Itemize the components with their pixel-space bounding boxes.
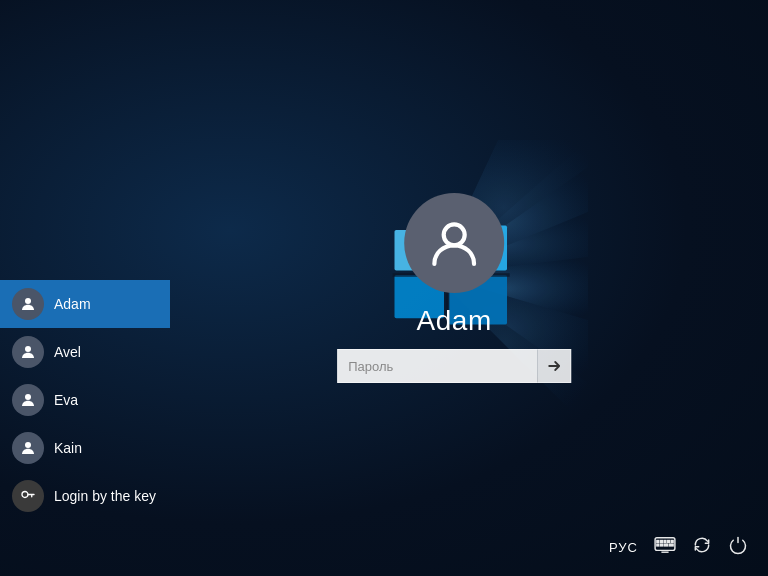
svg-rect-28 xyxy=(670,544,674,546)
svg-rect-24 xyxy=(671,541,673,543)
svg-rect-26 xyxy=(661,544,663,546)
svg-rect-21 xyxy=(661,541,663,543)
user-item-adam[interactable]: Adam xyxy=(0,280,170,328)
user-name-adam: Adam xyxy=(54,296,91,312)
user-item-eva[interactable]: Eva xyxy=(0,376,170,424)
user-name-kain: Kain xyxy=(54,440,82,456)
power-icon[interactable] xyxy=(728,535,748,560)
avatar-kain xyxy=(12,432,44,464)
user-avatar-large xyxy=(404,193,504,293)
svg-rect-27 xyxy=(664,544,668,546)
user-list: Adam Avel Eva Kain xyxy=(0,280,170,520)
svg-point-14 xyxy=(25,346,31,352)
avatar-adam xyxy=(12,288,44,320)
svg-rect-25 xyxy=(657,544,659,546)
svg-point-16 xyxy=(25,442,31,448)
language-selector[interactable]: РУС xyxy=(609,540,638,555)
svg-rect-22 xyxy=(664,541,666,543)
svg-point-15 xyxy=(25,394,31,400)
avatar-avel xyxy=(12,336,44,368)
password-row xyxy=(337,349,571,383)
user-item-avel[interactable]: Avel xyxy=(0,328,170,376)
avatar-eva xyxy=(12,384,44,416)
displayed-username: Adam xyxy=(417,305,492,337)
svg-point-13 xyxy=(25,298,31,304)
avatar-key xyxy=(12,480,44,512)
keyboard-icon[interactable] xyxy=(654,536,676,559)
svg-rect-23 xyxy=(668,541,670,543)
login-area: Adam xyxy=(337,193,571,383)
svg-rect-20 xyxy=(657,541,659,543)
network-icon[interactable] xyxy=(692,535,712,560)
password-input[interactable] xyxy=(337,349,537,383)
svg-point-18 xyxy=(444,224,465,245)
user-item-kain[interactable]: Kain xyxy=(0,424,170,472)
user-item-key[interactable]: Login by the key xyxy=(0,472,170,520)
user-name-avel: Avel xyxy=(54,344,81,360)
svg-point-17 xyxy=(22,492,28,498)
user-name-key: Login by the key xyxy=(54,488,156,504)
submit-button[interactable] xyxy=(537,349,571,383)
user-name-eva: Eva xyxy=(54,392,78,408)
bottom-bar: РУС xyxy=(609,535,748,560)
